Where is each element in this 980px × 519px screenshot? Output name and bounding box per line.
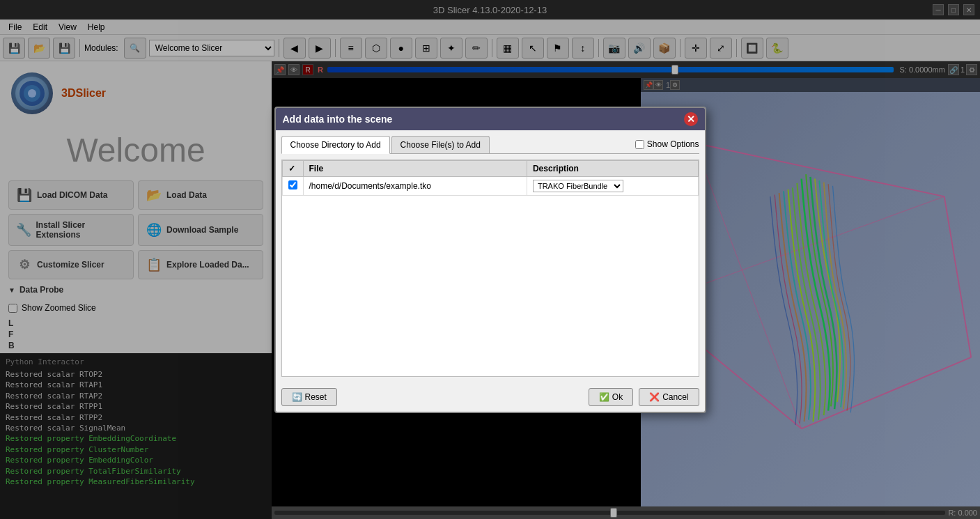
cancel-button[interactable]: ❌ Cancel	[639, 388, 699, 406]
type-dropdown[interactable]: TRAKO FiberBundle	[533, 180, 623, 192]
modal-body: Choose Directory to Add Choose File(s) t…	[276, 130, 705, 382]
modal-title: Add data into the scene	[283, 114, 393, 125]
row-check-cell	[282, 176, 303, 195]
show-options-checkbox[interactable]	[635, 140, 644, 149]
col-check: ✓	[282, 160, 303, 176]
add-data-modal: Add data into the scene ✕ Choose Directo…	[274, 107, 706, 413]
modal-close-button[interactable]: ✕	[684, 112, 698, 126]
row-file-cell: /home/d/Documents/example.tko	[303, 176, 527, 195]
modal-title-bar: Add data into the scene ✕	[276, 108, 705, 130]
col-file: File	[303, 160, 527, 176]
col-description: Description	[527, 160, 698, 176]
modal-tab-bar: Choose Directory to Add Choose File(s) t…	[281, 136, 699, 154]
ok-button[interactable]: ✅ Ok	[589, 388, 633, 406]
file-table-header: ✓ File Description	[282, 160, 698, 176]
row-description-cell: TRAKO FiberBundle	[527, 176, 698, 195]
show-options-area: Show Options	[635, 139, 699, 149]
reset-button[interactable]: 🔄 Reset	[281, 388, 337, 406]
show-options-label: Show Options	[647, 139, 699, 149]
tab-choose-directory[interactable]: Choose Directory to Add	[281, 136, 390, 154]
file-table: ✓ File Description /home/d/Documents/exa…	[282, 160, 699, 196]
file-list-area: ✓ File Description /home/d/Documents/exa…	[281, 160, 699, 377]
cancel-icon: ❌	[649, 392, 660, 402]
row-checkbox[interactable]	[288, 180, 297, 189]
modal-footer: 🔄 Reset ✅ Ok ❌ Cancel	[276, 382, 705, 412]
reset-icon: 🔄	[292, 392, 302, 402]
footer-right-buttons: ✅ Ok ❌ Cancel	[589, 388, 699, 406]
ok-icon: ✅	[599, 392, 609, 402]
table-row: /home/d/Documents/example.tko TRAKO Fibe…	[282, 176, 698, 195]
modal-overlay[interactable]: Add data into the scene ✕ Choose Directo…	[0, 0, 980, 519]
tab-choose-files[interactable]: Choose File(s) to Add	[391, 136, 490, 153]
